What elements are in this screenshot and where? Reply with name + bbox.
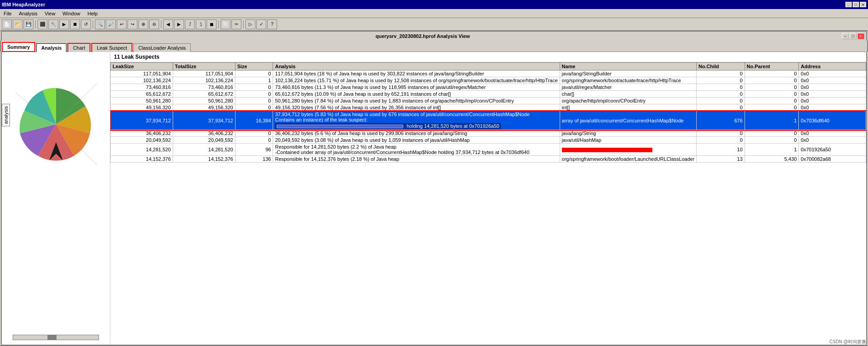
cell-nochild: 0 <box>697 130 745 137</box>
toolbar: 📄 📂 💾 ⬛ 🔧 ▶ ⏹ ↺ 🔍 🔎 ↩ ↪ ⊕ ⊖ ◀ ▶ ⤴ ⤵ ◼ ⬜ … <box>0 18 868 31</box>
scrollbar-thumb[interactable] <box>47 335 57 340</box>
close-btn[interactable]: × <box>860 2 866 7</box>
cell-name: java/lang/StringBuilder <box>560 70 697 77</box>
title-bar: IBM HeapAnalyzer _ □ × <box>0 0 868 9</box>
toolbar-btn-2[interactable]: 📂 <box>13 19 23 29</box>
maximize-btn[interactable]: □ <box>853 2 859 7</box>
cell-leaksize: 65,612,672 <box>111 91 173 98</box>
toolbar-btn-19[interactable]: ◼ <box>207 19 217 29</box>
analysis-maximize-btn[interactable]: □ <box>849 33 857 39</box>
col-header-nochild[interactable]: No.Child <box>697 63 745 70</box>
table-row[interactable]: 14,281,520 14,281,520 96 Responsible for… <box>111 144 866 156</box>
cell-noparent: 0 <box>745 137 799 144</box>
main-area: analysis <box>1 51 867 346</box>
col-header-noparent[interactable]: No.Parent <box>745 63 799 70</box>
cell-size: 96 <box>235 144 273 156</box>
cell-leaksize: 117,051,904 <box>111 70 173 77</box>
cell-size: 0 <box>235 104 273 111</box>
app-title: IBM HeapAnalyzer <box>2 2 45 7</box>
red-bar-indicator <box>562 148 652 152</box>
cell-noparent: 0 <box>745 91 799 98</box>
watermark: CSDN @时间胶囊 <box>830 339 866 345</box>
toolbar-btn-17[interactable]: ⤴ <box>185 19 195 29</box>
cell-leaksize: 14,152,376 <box>111 156 173 163</box>
menu-help[interactable]: Help <box>85 10 99 17</box>
analysis-close-btn[interactable]: × <box>857 33 864 39</box>
toolbar-btn-13[interactable]: ⊕ <box>138 19 148 29</box>
toolbar-btn-7[interactable]: ⏹ <box>70 19 80 29</box>
cell-address: 0x0 <box>799 104 866 111</box>
col-header-address[interactable]: Address <box>799 63 866 70</box>
table-row[interactable]: 102,136,224 102,136,224 1 102,136,224 by… <box>111 77 866 84</box>
col-header-totalsize[interactable]: TotalSize <box>173 63 235 70</box>
cell-address: 0x7036df640 <box>799 111 866 130</box>
cell-totalsize: 117,051,904 <box>173 70 235 77</box>
menu-window[interactable]: Window <box>61 10 82 17</box>
table-row[interactable]: 20,049,592 20,049,592 0 20,049,592 bytes… <box>111 137 866 144</box>
toolbar-btn-8[interactable]: ↺ <box>81 19 91 29</box>
toolbar-btn-20[interactable]: ⬜ <box>221 19 231 29</box>
toolbar-btn-6[interactable]: ▶ <box>59 19 69 29</box>
table-row[interactable]: 50,961,280 50,961,280 0 50,961,280 bytes… <box>111 98 866 104</box>
table-row[interactable]: 65,612,672 65,612,672 0 65,612,672 bytes… <box>111 91 866 98</box>
cell-noparent: 1 <box>745 111 799 130</box>
toolbar-btn-9[interactable]: 🔍 <box>95 19 105 29</box>
table-row[interactable]: 36,406,232 36,406,232 0 36,406,232 bytes… <box>111 130 866 137</box>
toolbar-btn-12[interactable]: ↪ <box>127 19 137 29</box>
toolbar-btn-1[interactable]: 📄 <box>2 19 12 29</box>
cell-totalsize: 14,152,376 <box>173 156 235 163</box>
cell-size: 0 <box>235 98 273 104</box>
analysis-view-titlebar: querysrv_20230802.hprof Analysis View − … <box>1 31 867 41</box>
minimize-btn[interactable]: _ <box>845 2 852 7</box>
cell-totalsize: 73,460,816 <box>173 84 235 91</box>
toolbar-btn-18[interactable]: ⤵ <box>196 19 206 29</box>
analysis-side-tab[interactable]: analysis <box>2 104 10 126</box>
toolbar-btn-5[interactable]: 🔧 <box>48 19 58 29</box>
toolbar-btn-16[interactable]: ▶ <box>174 19 184 29</box>
cell-analysis: 102,136,224 bytes (15.71 %) of Java heap… <box>273 77 560 84</box>
toolbar-btn-11[interactable]: ↩ <box>117 19 127 29</box>
tabs-container: Summary Analysis Chart Leak Suspect Clas… <box>0 41 868 51</box>
cell-totalsize: 50,961,280 <box>173 98 235 104</box>
table-row[interactable]: 117,051,904 117,051,904 0 117,051,904 by… <box>111 70 866 77</box>
toolbar-btn-22[interactable]: ▷ <box>245 19 255 29</box>
cell-nochild: 0 <box>697 91 745 98</box>
cell-analysis: 50,961,280 bytes (7.84 %) of Java heap i… <box>273 98 560 104</box>
col-header-leaksize[interactable]: LeakSize <box>111 63 173 70</box>
table-wrapper[interactable]: LeakSize TotalSize Size Analysis Name No… <box>110 62 866 345</box>
cell-name: org/springframework/boot/loader/Launched… <box>560 156 697 163</box>
toolbar-btn-3[interactable]: 💾 <box>24 19 33 29</box>
col-header-size[interactable]: Size <box>235 63 273 70</box>
tab-classloader[interactable]: ClassLoader Analysis <box>133 43 191 52</box>
col-header-analysis[interactable]: Analysis <box>273 63 560 70</box>
table-row[interactable]: 73,460,816 73,460,816 0 73,460,816 bytes… <box>111 84 866 91</box>
table-row[interactable]: 49,156,320 49,156,320 0 49,156,320 bytes… <box>111 104 866 111</box>
toolbar-btn-24[interactable]: ? <box>267 19 277 29</box>
toolbar-btn-15[interactable]: ◀ <box>163 19 173 29</box>
tab-leak-suspect[interactable]: Leak Suspect <box>91 43 132 52</box>
tab-analysis[interactable]: Analysis <box>36 43 66 52</box>
analysis-minimize-btn[interactable]: − <box>842 33 849 39</box>
tab-summary[interactable]: Summary <box>2 42 35 52</box>
toolbar-btn-23[interactable]: ✓ <box>256 19 266 29</box>
toolbar-btn-14[interactable]: ⊖ <box>149 19 159 29</box>
menu-file[interactable]: File <box>2 10 14 17</box>
cell-size: 1 <box>235 77 273 84</box>
cell-address: 0x0 <box>799 77 866 84</box>
cell-analysis: 37,934,712 bytes (5.83 %) of Java heap i… <box>273 111 560 130</box>
tab-chart[interactable]: Chart <box>67 43 90 52</box>
cell-address: 0x0 <box>799 98 866 104</box>
cell-analysis: 20,049,592 bytes (3.08 %) of Java heap i… <box>273 137 560 144</box>
table-row[interactable]: 37,934,712 37,934,712 16,384 37,934,712 … <box>111 111 866 130</box>
menu-view[interactable]: View <box>43 10 57 17</box>
cell-totalsize: 102,136,224 <box>173 77 235 84</box>
menu-analysis[interactable]: Analysis <box>17 10 39 17</box>
toolbar-btn-10[interactable]: 🔎 <box>106 19 116 29</box>
cell-totalsize: 20,049,592 <box>173 137 235 144</box>
toolbar-btn-21[interactable]: ✂ <box>231 19 241 29</box>
cell-size: 136 <box>235 156 273 163</box>
col-header-name[interactable]: Name <box>560 63 697 70</box>
table-row[interactable]: 14,152,376 14,152,376 136 Responsible fo… <box>111 156 866 163</box>
left-scrollbar[interactable] <box>13 335 99 340</box>
toolbar-btn-4[interactable]: ⬛ <box>38 19 47 29</box>
